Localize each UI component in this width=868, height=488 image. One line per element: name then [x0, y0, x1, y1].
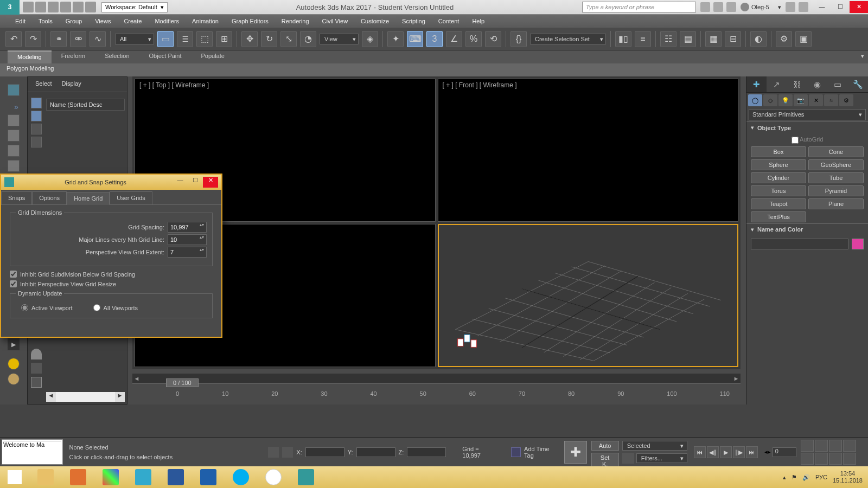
menu-grapheditors[interactable]: Graph Editors: [232, 18, 269, 24]
grid-extent-input[interactable]: 7: [168, 247, 207, 258]
tray-volume-icon[interactable]: 🔊: [802, 474, 810, 481]
key-filters-icon[interactable]: [622, 453, 634, 464]
menu-tools[interactable]: Tools: [39, 18, 53, 24]
app-logo[interactable]: 3: [0, 0, 20, 15]
signed-in-user[interactable]: Oleg-5: [741, 3, 781, 11]
taskbar-app[interactable]: [159, 466, 192, 488]
link-button[interactable]: ⚭: [50, 31, 67, 47]
qat-open-icon[interactable]: [35, 2, 46, 12]
prim-box-button[interactable]: Box: [751, 146, 806, 157]
auto-key-button[interactable]: Auto: [591, 441, 619, 451]
workspace-dropdown[interactable]: Workspace: Default: [101, 2, 168, 12]
menu-create[interactable]: Create: [124, 18, 142, 24]
percent-snap-button[interactable]: %: [465, 31, 482, 47]
time-next-icon[interactable]: ►: [732, 375, 741, 382]
select-object-button[interactable]: ▭: [157, 31, 174, 47]
set-key-big-button[interactable]: ✚: [564, 441, 586, 464]
curve-editor-button[interactable]: ▦: [705, 31, 722, 47]
menu-content[interactable]: Content: [438, 18, 459, 24]
funnel-icon[interactable]: [31, 363, 42, 374]
layer-explorer-button[interactable]: ☷: [660, 31, 676, 47]
schematic-view-button[interactable]: ⊟: [725, 31, 741, 47]
next-frame-icon[interactable]: ∥▶: [733, 446, 745, 458]
menu-scripting[interactable]: Scripting: [402, 18, 425, 24]
create-tab[interactable]: ✚: [746, 76, 767, 92]
render-frame-button[interactable]: ▣: [795, 31, 812, 47]
qat-redo-icon[interactable]: [73, 2, 84, 12]
prim-cone-button[interactable]: Cone: [808, 146, 864, 157]
help-icon[interactable]: [799, 2, 808, 12]
layout-icon-2[interactable]: [8, 130, 20, 142]
prim-cylinder-button[interactable]: Cylinder: [751, 172, 806, 183]
angle-snap-button[interactable]: ∠: [446, 31, 462, 47]
mirror-button[interactable]: ▮▯: [615, 31, 631, 47]
sun-icon[interactable]: [8, 358, 20, 370]
prim-torus-button[interactable]: Torus: [751, 185, 806, 196]
prim-textplus-button[interactable]: TextPlus: [751, 211, 806, 222]
ribbon-tab-objectpaint[interactable]: Object Paint: [139, 50, 192, 63]
taskbar-app[interactable]: [192, 466, 225, 488]
cat-spacewarps-icon[interactable]: ≈: [824, 94, 838, 106]
rotate-button[interactable]: ↻: [261, 31, 277, 47]
taskbar-app[interactable]: [62, 466, 94, 488]
toggle-ribbon-button[interactable]: ▤: [680, 31, 696, 47]
cat-lights-icon[interactable]: 💡: [778, 94, 793, 106]
prev-frame-icon[interactable]: ◀∥: [707, 446, 719, 458]
dialog-close-button[interactable]: ✕: [203, 177, 218, 188]
nav-icon[interactable]: [801, 440, 814, 452]
se-filter-cameras-icon[interactable]: [31, 137, 42, 147]
placement-button[interactable]: ◔: [300, 31, 316, 47]
nav-icon[interactable]: [829, 440, 842, 452]
inhibit-resize-checkbox[interactable]: Inhibit Perspective View Grid Resize: [10, 280, 213, 287]
taskbar-app[interactable]: [94, 466, 127, 488]
layout-icon-4[interactable]: [8, 160, 20, 172]
select-rect-button[interactable]: ⬚: [196, 31, 213, 47]
bind-button[interactable]: ∿: [90, 31, 106, 47]
close-button[interactable]: ✕: [850, 1, 868, 13]
grid-spacing-input[interactable]: 10,997: [168, 222, 207, 233]
add-time-tag[interactable]: Add Time Tag: [511, 438, 560, 466]
goto-end-icon[interactable]: ⏭: [746, 446, 758, 458]
taskbar-app[interactable]: [290, 466, 322, 488]
play-icon[interactable]: ▶: [720, 446, 732, 458]
tray-clock[interactable]: 13:5415.11.2018: [833, 470, 863, 484]
time-slider[interactable]: ◄ 0 / 100 ► 01020 304050 607080 90100110: [132, 374, 741, 400]
undo-button[interactable]: ↶: [5, 31, 22, 47]
cat-shapes-icon[interactable]: ◇: [763, 94, 777, 106]
nav-icon[interactable]: [801, 453, 814, 465]
menu-edit[interactable]: Edit: [15, 18, 25, 24]
maxscript-listener[interactable]: Welcome to Ma: [2, 439, 63, 465]
spinner-snap-button[interactable]: ⟲: [485, 31, 501, 47]
prim-geosphere-button[interactable]: GeoSphere: [808, 159, 864, 170]
nav-icon[interactable]: [843, 453, 856, 465]
ribbon-tab-freeform[interactable]: Freeform: [52, 50, 95, 63]
se-column-header[interactable]: Name (Sorted Desc: [46, 99, 125, 111]
object-name-input[interactable]: [751, 239, 848, 249]
expand-chevron-icon[interactable]: »: [14, 102, 18, 111]
menu-modifiers[interactable]: Modifiers: [155, 18, 179, 24]
dialog-tab-snaps[interactable]: Snaps: [1, 191, 32, 204]
y-input[interactable]: [356, 447, 395, 457]
sphere-shade-icon[interactable]: [8, 373, 20, 385]
radio-all-viewports[interactable]: All Viewports: [93, 304, 138, 311]
prim-pyramid-button[interactable]: Pyramid: [808, 185, 864, 196]
play-preview-icon[interactable]: ▶: [8, 338, 20, 350]
se-filter-lights-icon[interactable]: [31, 124, 42, 134]
menu-animation[interactable]: Animation: [192, 18, 219, 24]
cat-cameras-icon[interactable]: 📷: [794, 94, 808, 106]
manipulate-button[interactable]: ✦: [387, 31, 404, 47]
major-lines-input[interactable]: 10: [168, 234, 207, 245]
key-filters-button[interactable]: Filters...: [636, 453, 687, 463]
selection-lock-icon[interactable]: [268, 447, 279, 458]
teapot-icon[interactable]: [8, 84, 20, 96]
communication-icon[interactable]: [713, 2, 723, 12]
favorites-icon[interactable]: [726, 2, 736, 12]
unlink-button[interactable]: ⚮: [70, 31, 86, 47]
material-editor-button[interactable]: ◐: [750, 31, 767, 47]
radio-active-viewport[interactable]: Active Viewport: [21, 304, 73, 311]
se-tab-display[interactable]: Display: [62, 80, 81, 88]
prim-tube-button[interactable]: Tube: [808, 172, 864, 183]
start-button[interactable]: [0, 466, 29, 488]
se-filter-shapes-icon[interactable]: [31, 111, 42, 121]
window-crossing-button[interactable]: ⊞: [216, 31, 232, 47]
